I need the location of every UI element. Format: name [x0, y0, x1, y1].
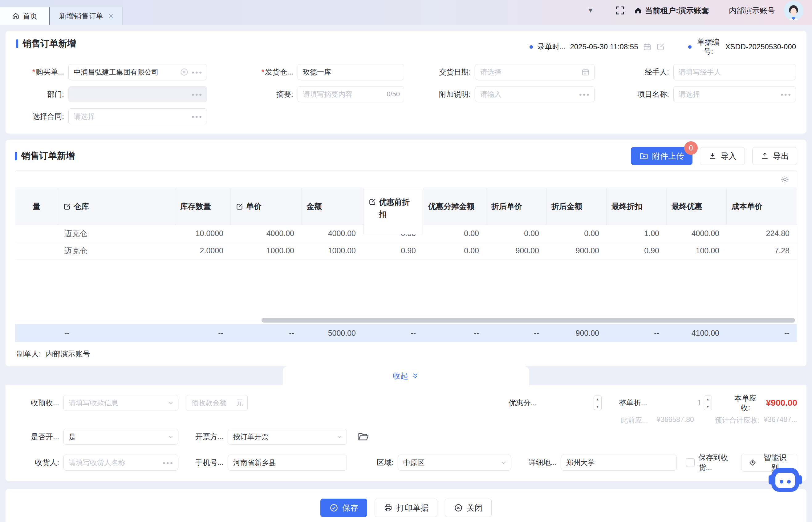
scrollbar-thumb[interactable]: [262, 318, 795, 323]
consignee-input[interactable]: [63, 455, 178, 470]
table-summary-row: -- -- -- 5000.00 -- -- -- 900.00 -- 4100…: [15, 324, 797, 342]
topbar-right: ▼ 当前租户:演示账套 内部演示账号: [587, 0, 812, 25]
export-button[interactable]: 导出: [752, 147, 797, 165]
phone-label: 手机号...: [182, 458, 228, 467]
close-icon[interactable]: ×: [109, 11, 113, 21]
column-header[interactable]: 优惠前折扣: [363, 188, 423, 234]
column-header[interactable]: 库存数量: [175, 188, 231, 225]
horizontal-scrollbar: [15, 317, 797, 324]
x-circle-icon: [454, 503, 463, 513]
warehouse-input[interactable]: [297, 64, 404, 80]
estimated-total-label: 预计合计应收:: [715, 416, 759, 425]
more-options-icon[interactable]: ●●●: [163, 460, 174, 465]
whole-discount-value[interactable]: 1: [652, 399, 704, 407]
delivery-date-field: 交货日期:: [417, 64, 607, 80]
number-spinner[interactable]: ▲▼: [704, 396, 712, 410]
invoice-method-label: 开票方...: [182, 432, 228, 442]
handler-input[interactable]: [673, 64, 796, 80]
project-label: 项目名称:: [607, 90, 673, 99]
tab-order-label: 新增销售订单: [59, 11, 103, 21]
column-header[interactable]: 折后单价: [486, 188, 546, 225]
fullscreen-icon[interactable]: [615, 5, 625, 16]
column-header[interactable]: 单价: [231, 188, 302, 225]
region-select[interactable]: [398, 455, 511, 470]
account-name[interactable]: 内部演示账号: [729, 5, 775, 16]
tab-home-label: 首页: [23, 11, 38, 21]
footer-action-bar: 保存 打印单据 关闭: [5, 489, 807, 522]
prepay-select[interactable]: [63, 395, 178, 411]
chevron-down-icon[interactable]: ▼: [587, 6, 594, 15]
note-label: 附加说明:: [417, 90, 475, 99]
buyer-label: *购买单...: [16, 68, 69, 77]
table-toolbar: [15, 171, 797, 188]
chatbot-icon[interactable]: [767, 461, 804, 497]
warehouse-field: *发货仓...: [219, 64, 417, 80]
department-input[interactable]: [69, 86, 207, 102]
clear-icon[interactable]: [180, 68, 189, 76]
column-header[interactable]: 金额: [302, 188, 363, 225]
summary-field: 摘要: 0/50: [219, 86, 417, 102]
contract-input[interactable]: [69, 108, 207, 124]
attachment-upload-button[interactable]: 附件上传 0: [631, 147, 693, 165]
invoice-flag-select[interactable]: [63, 429, 178, 445]
more-options-icon[interactable]: ●●●: [192, 92, 203, 97]
invoice-method-select[interactable]: [228, 429, 347, 445]
edit-cell-icon: [368, 198, 376, 206]
discount-share-stepper: ▲▼: [541, 396, 602, 410]
avatar[interactable]: [784, 1, 804, 20]
column-header[interactable]: 折后金额: [546, 188, 606, 225]
gear-icon[interactable]: [780, 175, 790, 184]
blue-dot-icon: [529, 45, 533, 48]
column-header[interactable]: 最终折扣: [606, 188, 666, 225]
more-options-icon[interactable]: ●●●: [780, 92, 792, 97]
address-input[interactable]: [561, 455, 677, 470]
save-button[interactable]: 保存: [321, 499, 367, 517]
printer-icon: [384, 503, 393, 513]
column-header[interactable]: 最终优惠: [666, 188, 727, 225]
maker-line: 制单人: 内部演示账号: [17, 349, 797, 359]
save-address-checkbox[interactable]: [686, 458, 695, 467]
handler-field: 经手人:: [607, 64, 796, 80]
table-row[interactable]: 迈克仓 2.0000 1000.00 1000.00 0.90 0.00 900…: [15, 242, 797, 259]
save-address-label: 保存到收货...: [698, 453, 741, 473]
address-label: 详细地...: [518, 458, 561, 467]
receivable-label: 本单应收:: [732, 393, 763, 413]
chevron-down-icon: [336, 433, 343, 440]
whole-discount-label: 整单折...: [619, 398, 652, 408]
home-filled-icon: [634, 6, 642, 15]
number-spinner[interactable]: ▲▼: [594, 396, 602, 410]
more-options-icon[interactable]: ●●●: [579, 92, 590, 97]
tab-home[interactable]: 首页: [0, 7, 49, 25]
project-input[interactable]: [673, 86, 796, 102]
previous-receivable-label: 此前应...: [621, 416, 648, 425]
collapse-button[interactable]: 收起: [283, 366, 529, 385]
print-button[interactable]: 打印单据: [374, 499, 438, 517]
contract-label: 选择合同:: [16, 112, 69, 121]
detail-section-title: 销售订单新增: [15, 150, 75, 162]
phone-input[interactable]: [228, 455, 347, 470]
more-options-icon[interactable]: ●●●: [192, 114, 203, 119]
order-detail-card: 销售订单新增 附件上传 0 导入: [5, 140, 807, 366]
tab-new-sales-order[interactable]: 新增销售订单 ×: [49, 7, 123, 25]
more-options-icon[interactable]: ●●●: [192, 69, 203, 75]
tenant-label: 当前租户:演示账套: [645, 5, 709, 16]
maker-value: 内部演示账号: [46, 349, 90, 359]
doc-no-value: XSDD-20250530-000: [726, 42, 796, 51]
required-mark: *: [32, 68, 35, 76]
column-header[interactable]: 量: [15, 188, 58, 225]
tenant-info[interactable]: 当前租户:演示账套: [634, 5, 709, 16]
open-folder-icon[interactable]: [357, 431, 369, 443]
delivery-date-input[interactable]: [475, 64, 595, 80]
edit-icon[interactable]: [656, 42, 665, 52]
import-button[interactable]: 导入: [700, 147, 745, 165]
download-icon: [708, 152, 717, 160]
settlement-row-1: 收预收... 元 优惠分... ▲▼ 整单折... 1 ▲▼ 本单应收: ¥90…: [15, 393, 797, 413]
note-input[interactable]: [475, 86, 595, 102]
calendar-icon[interactable]: [581, 67, 590, 77]
topbar: 首页 新增销售订单 × ▼ 当前租户:演示账套 内部演示账号: [0, 0, 812, 25]
column-header[interactable]: 仓库: [58, 188, 175, 225]
column-header[interactable]: 优惠分摊金额: [423, 188, 486, 225]
close-button[interactable]: 关闭: [445, 499, 491, 517]
column-header[interactable]: 成本单价: [727, 188, 797, 225]
calendar-icon[interactable]: [642, 42, 652, 52]
